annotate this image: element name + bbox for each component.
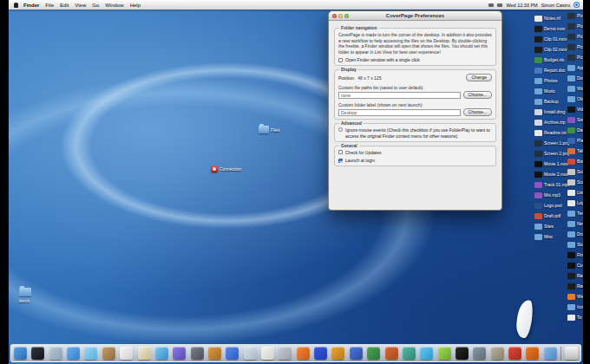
menu-item[interactable]: Go — [92, 3, 99, 8]
desktop-file-item[interactable]: Final.mov — [567, 250, 583, 259]
desktop-file-item[interactable]: Screen 2.png — [534, 149, 569, 158]
dock-icon-preview[interactable] — [244, 347, 257, 360]
dock-icon-photoshop[interactable] — [314, 347, 327, 360]
desktop-file-item[interactable]: Talk.ppt — [567, 146, 583, 155]
desktop-file-item[interactable]: Movie 2.mov — [534, 170, 569, 179]
single-click-checkbox[interactable] — [338, 58, 343, 62]
custom-folder-input[interactable] — [338, 109, 461, 116]
dock-icon-itunes[interactable] — [155, 347, 168, 360]
menu-item[interactable]: View — [75, 3, 86, 8]
dock-icon-camino[interactable] — [544, 347, 557, 360]
desktop-file-item[interactable]: Archive.zip — [534, 118, 569, 127]
dock-icon-textedit[interactable] — [261, 347, 274, 360]
desktop-file-item[interactable]: Photos — [534, 76, 569, 85]
desktop-file-item[interactable]: Old Files — [567, 94, 583, 103]
ignore-mouse-checkbox[interactable] — [338, 127, 343, 132]
desktop-file-item[interactable]: Scan 1.tif — [567, 167, 583, 176]
dock-icon-system-preferences[interactable] — [279, 347, 292, 360]
choose-path-button[interactable]: Choose... — [463, 91, 492, 99]
desktop-file-item[interactable]: Plan.key — [567, 136, 583, 145]
desktop-file-item[interactable]: To Do.txt — [567, 313, 583, 322]
desktop-file-item[interactable]: Pic 03.jpg — [567, 32, 583, 41]
dock-icon-powerpoint[interactable] — [385, 347, 398, 360]
desktop-file-item[interactable]: Readme.txt — [534, 128, 569, 137]
desktop-file-item[interactable]: Drop Box — [567, 230, 583, 238]
desktop-file-item[interactable]: Clip 01.mov — [534, 35, 569, 43]
desktop-file-item[interactable]: Raw 2.dv — [567, 282, 583, 290]
dock-icon-vlc[interactable] — [526, 347, 539, 360]
desktop-file-item[interactable]: Data.csv — [567, 126, 583, 134]
desktop-file-item[interactable]: Logo.psd — [534, 201, 569, 210]
desktop-file-item[interactable]: Song.aif — [567, 115, 583, 124]
dock-icon-stuffit[interactable] — [508, 347, 521, 360]
menu-item[interactable]: Finder — [23, 3, 39, 8]
desktop-file-item[interactable]: Budget.xls — [534, 55, 569, 64]
desktop-file-item[interactable]: Screen 1.png — [534, 139, 569, 147]
choose-folder-button[interactable]: Choose... — [463, 108, 492, 116]
desktop-file-item[interactable]: Work — [567, 84, 583, 93]
desktop-icon-items-folder[interactable]: items — [19, 288, 31, 303]
spotlight-icon[interactable] — [574, 2, 580, 8]
desktop-file-item[interactable]: Music — [534, 87, 569, 95]
desktop-file-item[interactable]: Pic 01.jpg — [567, 11, 583, 20]
launch-login-checkbox[interactable] — [338, 159, 343, 163]
menu-item[interactable]: File — [45, 3, 54, 8]
dock-icon-imovie[interactable] — [173, 347, 186, 360]
desktop-file-item[interactable]: Scan 2.tif — [567, 178, 583, 186]
battery-icon[interactable] — [488, 3, 494, 7]
custom-path-input[interactable] — [338, 92, 461, 99]
menu-user[interactable]: Simon Castro — [541, 3, 570, 8]
desktop-file-item[interactable]: Mix.mp3 — [534, 191, 569, 199]
dock-icon-msn[interactable] — [438, 347, 451, 360]
dock-icon-ichat[interactable] — [84, 347, 97, 360]
dock-icon-iphoto[interactable] — [138, 347, 151, 360]
desktop-file-item[interactable]: Pic 02.jpg — [567, 22, 583, 30]
trash-icon[interactable] — [565, 347, 578, 360]
dock-icon-disk-utility[interactable] — [491, 347, 504, 360]
desktop-file-item[interactable]: Misc — [534, 232, 569, 241]
dock-icon-quicktime[interactable] — [226, 347, 239, 360]
dock-icon-skype[interactable] — [420, 347, 433, 360]
desktop-file-item[interactable]: Apps — [567, 63, 583, 72]
desktop-file-item[interactable]: Clip 02.mov — [534, 45, 569, 54]
desktop-file-item[interactable]: Log.txt — [567, 198, 583, 207]
desktop-file-item[interactable]: Install.dmg — [534, 107, 569, 116]
dock-icon-firefox[interactable] — [297, 347, 310, 360]
desktop-file-item[interactable]: Pic 04.jpg — [567, 42, 583, 51]
dock-icon-excel[interactable] — [367, 347, 380, 360]
desktop-icon-files[interactable]: Files — [259, 126, 280, 133]
dock-icon-mail[interactable] — [49, 347, 62, 360]
dock-icon-idvd[interactable] — [191, 347, 204, 360]
dock-icon-garageband[interactable] — [208, 347, 221, 360]
menu-item[interactable]: Edit — [60, 3, 69, 8]
desktop-file-item[interactable]: Demo.mov — [534, 24, 569, 33]
desktop-file-item[interactable]: Report.doc — [534, 66, 569, 75]
desktop-file-item[interactable]: Docs — [567, 74, 583, 82]
dock-icon-word[interactable] — [350, 347, 363, 360]
desktop-file-item[interactable]: Icons — [567, 302, 583, 311]
menu-item[interactable]: Window — [105, 3, 123, 8]
desktop-file-item[interactable]: Draft.pdf — [534, 211, 569, 220]
desktop-file-item[interactable]: Web.html — [567, 292, 583, 301]
desktop-icon-connection[interactable]: Connection — [211, 166, 241, 172]
desktop-file-item[interactable]: Backup — [534, 97, 569, 106]
change-button[interactable]: Change — [466, 74, 492, 81]
menu-clock[interactable]: Wed 12:33 PM — [506, 3, 537, 8]
desktop-file-item[interactable]: List.txt — [567, 188, 583, 197]
close-button[interactable] — [332, 14, 337, 18]
desktop-file-item[interactable]: Video.avi — [567, 105, 583, 114]
desktop-file-item[interactable]: Book.pdf — [567, 157, 583, 166]
apple-menu-icon[interactable] — [14, 3, 18, 8]
desktop-file-item[interactable]: Notes.rtf — [534, 14, 569, 23]
dock-icon-activity-monitor[interactable] — [473, 347, 486, 360]
zoom-button[interactable] — [344, 14, 349, 18]
dock-icon-illustrator[interactable] — [331, 347, 344, 360]
desktop-file-item[interactable]: Track 01.mp3 — [534, 180, 569, 189]
dock-icon-address-book[interactable] — [102, 347, 115, 360]
desktop-file-item[interactable]: Temp — [567, 209, 583, 218]
dock-icon-entourage[interactable] — [403, 347, 416, 360]
dock-icon-dashboard[interactable] — [31, 347, 44, 360]
dock-icon-terminal[interactable] — [456, 347, 469, 360]
desktop-file-item[interactable]: New Folder — [567, 219, 583, 228]
check-updates-checkbox[interactable] — [338, 150, 343, 154]
